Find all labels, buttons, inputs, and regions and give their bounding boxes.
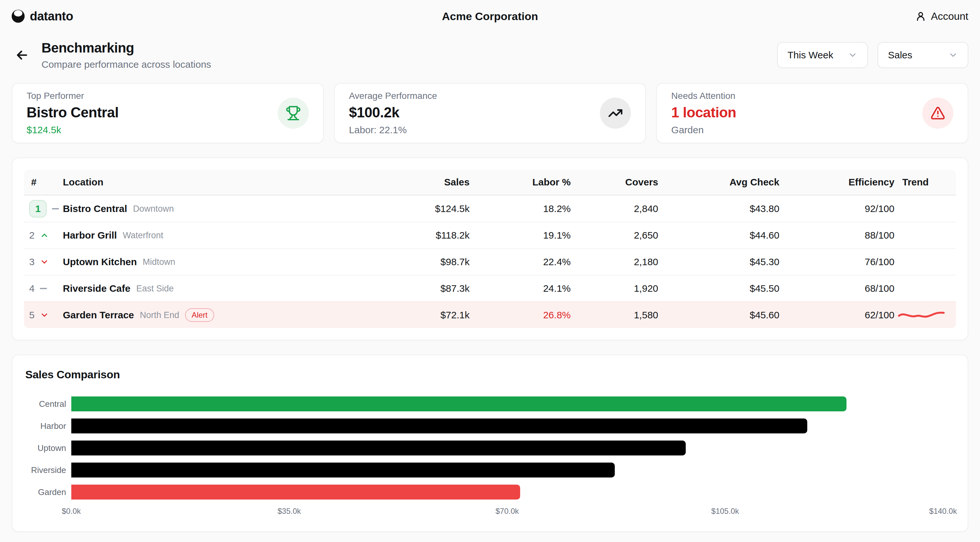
labor-value: 19.1% xyxy=(469,230,571,241)
card-value: Bistro Central xyxy=(27,104,119,121)
card-sub-value: Garden xyxy=(671,124,736,136)
card-label: Average Performance xyxy=(349,91,437,101)
page-header: Benchmarking Compare performance across … xyxy=(0,32,980,70)
chevron-down-icon xyxy=(948,50,958,60)
table-row-riverside-cafe[interactable]: 4 Riverside Cafe East Side $87.3k 24.1% … xyxy=(24,275,956,301)
bar-row-central: Central xyxy=(24,397,956,411)
avg-check-value: $45.60 xyxy=(658,309,780,320)
labor-value: 22.4% xyxy=(469,257,571,268)
brand: datanto xyxy=(12,10,73,23)
avg-check-value: $44.60 xyxy=(658,230,780,241)
location-area: East Side xyxy=(136,284,174,294)
labor-value: 24.1% xyxy=(469,283,571,294)
bar-label: Harbor xyxy=(24,421,66,431)
table-row-uptown-kitchen[interactable]: 3 Uptown Kitchen Midtown $98.7k 22.4% 2,… xyxy=(24,248,956,275)
table-row-harbor-grill[interactable]: 2 Harbor Grill Waterfront $118.2k 19.1% … xyxy=(24,222,956,248)
card-value: 1 location xyxy=(671,104,736,121)
card-label: Needs Attention xyxy=(671,91,736,101)
col-avg-check: Avg Check xyxy=(658,177,780,188)
rank-number: 5 xyxy=(29,309,35,320)
trend-sparkline xyxy=(894,309,956,321)
top-performer-card: Top Performer Bistro Central $124.5k xyxy=(12,83,324,143)
bar-uptown xyxy=(71,440,686,456)
page-subtitle: Compare performance across locations xyxy=(41,59,211,70)
trophy-icon xyxy=(278,97,309,129)
labor-alert-value: $72.1k xyxy=(366,309,469,320)
bar-track xyxy=(71,397,943,411)
x-axis-tick: $0.0k xyxy=(62,507,81,516)
sales-value: $98.7k xyxy=(366,257,469,268)
location-name: Riverside Cafe xyxy=(63,283,130,294)
bar-label: Central xyxy=(24,399,66,409)
rank-up-icon xyxy=(40,231,49,240)
table-row-garden-terrace[interactable]: 5 Garden Terrace North End Alert $72.1k … xyxy=(24,301,956,328)
bar-row-harbor: Harbor xyxy=(24,419,956,434)
sales-value: $87.3k xyxy=(366,283,469,294)
metric-select[interactable]: Sales xyxy=(878,42,968,68)
back-button[interactable] xyxy=(12,45,32,65)
arrow-left-icon xyxy=(14,48,30,62)
x-axis-tick: $105.0k xyxy=(711,507,739,516)
location-area: Midtown xyxy=(143,257,175,267)
trending-up-icon xyxy=(600,97,631,129)
x-axis-tick: $140.0k xyxy=(929,507,957,516)
top-bar: datanto Acme Corporation Account xyxy=(0,0,980,32)
efficiency-value: 88/100 xyxy=(780,230,894,241)
x-axis-tick: $70.0k xyxy=(495,507,519,516)
needs-attention-card: Needs Attention 1 location Garden xyxy=(656,83,968,143)
location-name: Uptown Kitchen xyxy=(63,257,137,268)
alert-badge: Alert xyxy=(185,308,214,322)
bar-chart: CentralHarborUptownRiversideGarden xyxy=(24,397,956,499)
col-location: Location xyxy=(63,177,366,188)
x-axis: $0.0k$35.0k$70.0k$105.0k$140.0k xyxy=(24,507,956,518)
covers-value: 2,180 xyxy=(571,257,658,268)
rank-same-icon xyxy=(52,208,59,209)
user-icon xyxy=(915,11,926,22)
col-efficiency: Efficiency xyxy=(780,177,894,188)
covers-value: 1,920 xyxy=(571,283,658,294)
company-title: Acme Corporation xyxy=(442,10,538,23)
rank-same-icon xyxy=(40,288,47,289)
table-row-bistro-central[interactable]: 1 Bistro Central Downtown $124.5k 18.2% … xyxy=(24,195,956,222)
avg-check-value: $45.50 xyxy=(658,283,780,294)
col-rank: # xyxy=(24,177,63,188)
bar-central xyxy=(71,397,846,411)
rank-1-badge: 1 xyxy=(29,200,47,217)
period-select[interactable]: This Week xyxy=(777,42,868,68)
metric-select-value: Sales xyxy=(888,49,912,61)
bar-label: Riverside xyxy=(24,465,66,475)
sales-value: $124.5k xyxy=(366,203,469,214)
card-value: $100.2k xyxy=(349,104,437,121)
bar-harbor xyxy=(71,419,807,434)
col-covers: Covers xyxy=(571,177,658,188)
sales-comparison-card: Sales Comparison CentralHarborUptownRive… xyxy=(12,355,968,532)
bar-riverside xyxy=(71,462,615,478)
card-sub-value: $124.5k xyxy=(27,124,119,136)
bar-track xyxy=(71,485,943,499)
avg-check-value: $45.30 xyxy=(658,257,780,268)
bar-row-uptown: Uptown xyxy=(24,440,956,456)
labor-value: 18.2% xyxy=(469,203,571,214)
bar-track xyxy=(71,462,943,478)
bar-row-riverside: Riverside xyxy=(24,462,956,478)
location-area: Waterfront xyxy=(123,231,163,241)
avg-check-value: $43.80 xyxy=(658,203,780,214)
datanto-logo-icon xyxy=(12,10,25,23)
table-header-row: # Location Sales Labor % Covers Avg Chec… xyxy=(24,170,956,195)
card-label: Top Performer xyxy=(27,91,119,101)
brand-name: datanto xyxy=(30,10,73,23)
bar-track xyxy=(71,419,943,434)
location-name: Bistro Central xyxy=(63,203,127,214)
covers-value: 2,840 xyxy=(571,203,658,214)
account-button[interactable]: Account xyxy=(915,10,968,22)
bar-track xyxy=(71,440,943,456)
bar-garden xyxy=(71,485,520,499)
period-select-value: This Week xyxy=(788,49,833,61)
rank-number: 3 xyxy=(29,257,35,268)
stat-cards: Top Performer Bistro Central $124.5k Ave… xyxy=(0,83,980,143)
col-trend: Trend xyxy=(894,177,956,188)
col-sales: Sales xyxy=(366,177,469,188)
covers-value: 1,580 xyxy=(571,309,658,320)
location-area: Downtown xyxy=(133,204,174,214)
rank-number: 2 xyxy=(29,230,35,241)
